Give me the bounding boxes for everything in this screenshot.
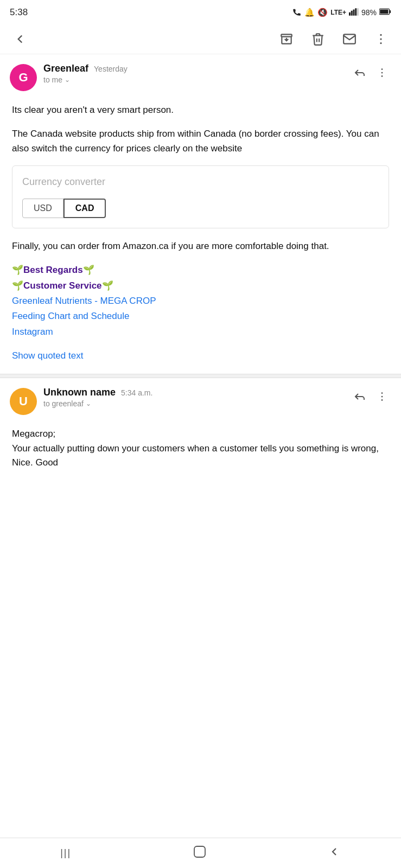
svg-rect-2 — [353, 9, 354, 15]
email2-header: U Unknown name 5:34 a.m. to greenleaf ⌄ — [0, 378, 401, 422]
svg-point-18 — [381, 399, 383, 401]
signature-line2: 🌱Customer Service🌱 — [12, 279, 389, 293]
battery-percent: 98% — [361, 8, 377, 17]
svg-rect-8 — [281, 34, 292, 36]
email1-para1: Its clear you aren't a very smart person… — [12, 103, 389, 117]
email1-time: Yesterday — [94, 65, 128, 73]
recents-icon: ||| — [60, 847, 71, 859]
recents-button[interactable]: ||| — [44, 842, 87, 864]
svg-rect-4 — [357, 8, 359, 16]
reply-button[interactable] — [350, 63, 370, 82]
svg-point-13 — [381, 68, 383, 70]
cad-button[interactable]: CAD — [63, 199, 106, 218]
svg-point-17 — [381, 396, 383, 398]
svg-point-11 — [380, 38, 381, 40]
sender2-name: Unknown name — [43, 387, 116, 398]
svg-rect-7 — [380, 10, 388, 14]
sender-avatar: G — [10, 64, 37, 91]
action-bar — [0, 24, 401, 54]
email2-more-button[interactable] — [373, 387, 391, 406]
email1-recipient: to me — [43, 75, 62, 84]
usd-button[interactable]: USD — [22, 199, 63, 218]
reply2-button[interactable] — [350, 387, 370, 406]
email1-signature: 🌱Best Regards🌱 🌱Customer Service🌱 Greenl… — [12, 263, 389, 339]
svg-rect-0 — [349, 12, 351, 15]
phone-icon — [292, 7, 302, 18]
email1-more-button[interactable] — [373, 63, 391, 82]
email1-para2: The Canada website products ship from wi… — [12, 127, 389, 156]
currency-converter-title: Currency converter — [22, 175, 379, 190]
svg-point-14 — [381, 72, 383, 74]
bottom-nav: ||| — [0, 838, 401, 868]
status-icons: 🔔 🔇 LTE+ 98% — [292, 7, 391, 18]
home-button[interactable] — [176, 839, 224, 868]
status-time: 5:38 — [10, 7, 28, 18]
lte-icon: LTE+ — [330, 9, 346, 16]
alarm-icon: 🔔 — [304, 8, 315, 17]
show-quoted-text-button[interactable]: Show quoted text — [12, 349, 83, 363]
email2-recipient: to greenleaf — [43, 399, 84, 408]
back-nav-icon — [328, 845, 341, 861]
mute-icon: 🔇 — [317, 8, 328, 17]
email2-body: Megacrop; Your actually putting down you… — [0, 422, 401, 481]
back-button[interactable] — [10, 29, 30, 49]
svg-point-10 — [380, 34, 381, 35]
svg-rect-1 — [351, 10, 353, 15]
email2-para2: Your actually putting down your customer… — [12, 442, 389, 470]
email1-header: G Greenleaf Yesterday to me ⌄ — [0, 54, 401, 98]
currency-buttons: USD CAD — [22, 199, 379, 218]
email1-para3: Finally, you can order from Amazon.ca if… — [12, 239, 389, 253]
more-options-button[interactable] — [371, 29, 391, 49]
email2-time: 5:34 a.m. — [121, 388, 152, 397]
chevron-down-icon2[interactable]: ⌄ — [86, 400, 91, 407]
status-bar: 5:38 🔔 🔇 LTE+ 98% — [0, 0, 401, 24]
link-feeding-chart[interactable]: Feeding Chart and Schedule — [12, 309, 389, 323]
home-icon — [192, 844, 207, 863]
svg-rect-6 — [390, 10, 391, 13]
mark-unread-button[interactable] — [339, 29, 360, 49]
signature-line1: 🌱Best Regards🌱 — [12, 263, 389, 277]
email-divider — [0, 374, 401, 378]
email2-actions — [350, 387, 391, 406]
email1-actions — [350, 63, 391, 82]
back-nav-button[interactable] — [311, 840, 357, 867]
svg-point-12 — [380, 42, 381, 43]
battery-icon — [379, 8, 391, 17]
signal-icon — [349, 8, 359, 17]
currency-converter-widget: Currency converter USD CAD — [12, 165, 389, 228]
link-greenleaf-nutrients[interactable]: Greenleaf Nutrients - MEGA CROP — [12, 294, 389, 308]
email1-meta: Greenleaf Yesterday to me ⌄ — [43, 63, 346, 84]
svg-rect-3 — [355, 8, 357, 16]
email2-meta: Unknown name 5:34 a.m. to greenleaf ⌄ — [43, 387, 346, 408]
archive-button[interactable] — [276, 29, 297, 49]
email1-body: Its clear you aren't a very smart person… — [0, 98, 401, 374]
svg-point-15 — [381, 75, 383, 77]
sender-name: Greenleaf — [43, 63, 88, 74]
sender2-avatar: U — [10, 388, 37, 415]
email2-para1: Megacrop; — [12, 427, 389, 441]
svg-point-16 — [381, 393, 383, 394]
svg-rect-19 — [194, 846, 205, 857]
delete-button[interactable] — [308, 29, 328, 49]
link-instagram[interactable]: Instagram — [12, 325, 389, 339]
chevron-down-icon[interactable]: ⌄ — [65, 76, 70, 84]
